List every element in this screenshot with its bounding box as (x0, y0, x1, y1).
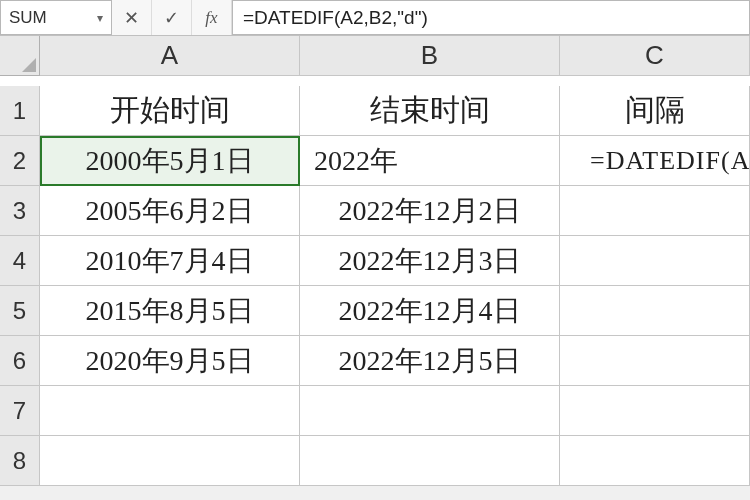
cell-B2[interactable]: 2022年 (300, 136, 560, 186)
cell-A5[interactable]: 2015年8月5日 (40, 286, 300, 336)
row-header-6[interactable]: 6 (0, 336, 40, 386)
confirm-formula-button[interactable]: ✓ (152, 0, 192, 35)
cell-C5[interactable] (560, 286, 750, 336)
cell-B5[interactable]: 2022年12月4日 (300, 286, 560, 336)
cell-B6[interactable]: 2022年12月5日 (300, 336, 560, 386)
formula-input[interactable]: =DATEDIF(A2,B2,"d") (232, 0, 750, 35)
cell-A7[interactable] (40, 386, 300, 436)
cell-A3[interactable]: 2005年6月2日 (40, 186, 300, 236)
spreadsheet-grid: A B C 1 开始时间 结束时间 间隔 2 2000年5月1日 2022年 =… (0, 36, 750, 486)
cell-C2[interactable]: =DATEDIF(A (560, 136, 750, 186)
formula-text: =DATEDIF(A2,B2,"d") (243, 7, 428, 29)
close-icon: ✕ (124, 7, 139, 29)
row-header-7[interactable]: 7 (0, 386, 40, 436)
row-header-8[interactable]: 8 (0, 436, 40, 486)
formula-bar: SUM ▾ ✕ ✓ fx =DATEDIF(A2,B2,"d") (0, 0, 750, 36)
cell-C7[interactable] (560, 386, 750, 436)
select-all-corner[interactable] (0, 36, 40, 76)
cell-C1[interactable]: 间隔 (560, 86, 750, 136)
cell-A2[interactable]: 2000年5月1日 (40, 136, 300, 186)
cell-B7[interactable] (300, 386, 560, 436)
cell-B3[interactable]: 2022年12月2日 (300, 186, 560, 236)
cell-A1[interactable]: 开始时间 (40, 86, 300, 136)
cell-C8[interactable] (560, 436, 750, 486)
cell-A4[interactable]: 2010年7月4日 (40, 236, 300, 286)
column-header-C[interactable]: C (560, 36, 750, 76)
column-header-A[interactable]: A (40, 36, 300, 76)
column-header-B[interactable]: B (300, 36, 560, 76)
name-box-value: SUM (9, 8, 47, 28)
row-header-5[interactable]: 5 (0, 286, 40, 336)
cell-A8[interactable] (40, 436, 300, 486)
cell-B8[interactable] (300, 436, 560, 486)
chevron-down-icon[interactable]: ▾ (97, 11, 103, 25)
cell-C3[interactable] (560, 186, 750, 236)
cell-B4[interactable]: 2022年12月3日 (300, 236, 560, 286)
row-header-2[interactable]: 2 (0, 136, 40, 186)
row-header-3[interactable]: 3 (0, 186, 40, 236)
insert-function-button[interactable]: fx (192, 0, 232, 35)
cell-B1[interactable]: 结束时间 (300, 86, 560, 136)
fx-icon: fx (205, 8, 217, 28)
row-header-4[interactable]: 4 (0, 236, 40, 286)
cell-C4[interactable] (560, 236, 750, 286)
cell-C6[interactable] (560, 336, 750, 386)
cancel-formula-button[interactable]: ✕ (112, 0, 152, 35)
cell-A6[interactable]: 2020年9月5日 (40, 336, 300, 386)
row-header-1[interactable]: 1 (0, 86, 40, 136)
check-icon: ✓ (164, 7, 179, 29)
name-box[interactable]: SUM ▾ (0, 0, 112, 35)
